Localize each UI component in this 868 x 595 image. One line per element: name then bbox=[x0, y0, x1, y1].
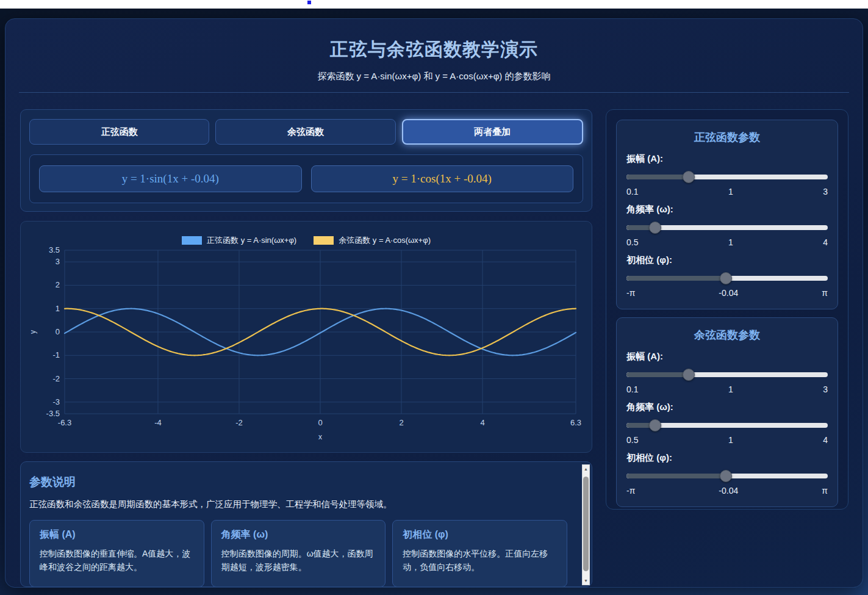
range-max: π bbox=[822, 288, 828, 298]
phase-card: 初相位 (φ) 控制函数图像的水平位移。正值向左移动，负值向右移动。 bbox=[392, 520, 567, 587]
svg-text:-2: -2 bbox=[235, 418, 243, 427]
range-max: 4 bbox=[823, 237, 828, 247]
slider-thumb[interactable] bbox=[720, 470, 732, 482]
amplitude-card: 振幅 (A) 控制函数图像的垂直伸缩。A值越大，波峰和波谷之间的距离越大。 bbox=[29, 520, 204, 587]
range-mid: -0.04 bbox=[719, 288, 738, 298]
main-card: 正弦与余弦函数教学演示 探索函数 y = A·sin(ωx+φ) 和 y = A… bbox=[5, 18, 863, 588]
sine-formula: y = 1·sin(1x + -0.04) bbox=[39, 165, 302, 192]
sine-amplitude-slider[interactable] bbox=[626, 171, 828, 183]
cosine-params-panel: 余弦函数参数 振幅 (A): 0.1 1 3 bbox=[616, 317, 838, 507]
sine-params-panel: 正弦函数参数 振幅 (A): 0.1 1 3 bbox=[616, 120, 838, 309]
cosine-frequency-group: 角频率 (ω): 0.5 1 4 bbox=[626, 402, 828, 445]
svg-text:1: 1 bbox=[56, 304, 60, 313]
svg-text:-3.5: -3.5 bbox=[46, 409, 60, 418]
cosine-formula: y = 1·cos(1x + -0.04) bbox=[311, 165, 574, 192]
card-body: 控制函数图像的水平位移。正值向左移动，负值向右移动。 bbox=[403, 547, 557, 574]
cosine-params-title: 余弦函数参数 bbox=[626, 328, 828, 342]
slider-thumb[interactable] bbox=[649, 222, 661, 234]
range-min: 0.5 bbox=[626, 435, 638, 445]
page-title: 正弦与余弦函数教学演示 bbox=[5, 37, 863, 62]
sine-phase-slider[interactable] bbox=[626, 272, 828, 284]
cosine-legend-label: 余弦函数 y = A·cos(ωx+φ) bbox=[339, 235, 431, 246]
sine-legend-label: 正弦函数 y = A·sin(ωx+φ) bbox=[207, 235, 296, 246]
svg-text:-4: -4 bbox=[154, 418, 162, 427]
sine-frequency-group: 角频率 (ω): 0.5 1 4 bbox=[626, 204, 828, 247]
cosine-phase-slider[interactable] bbox=[626, 470, 828, 482]
parameters-column: 正弦函数参数 振幅 (A): 0.1 1 3 bbox=[606, 109, 848, 510]
function-chart: 3.53210-1-2-3-3.5-6.3-4-20246.3yx bbox=[21, 222, 592, 452]
sine-frequency-slider[interactable] bbox=[626, 222, 828, 234]
slider-thumb[interactable] bbox=[649, 419, 661, 431]
range-min: -π bbox=[626, 486, 635, 496]
slider-label: 角频率 (ω): bbox=[626, 402, 828, 413]
svg-text:y: y bbox=[29, 330, 37, 334]
scrollbar-thumb[interactable] bbox=[583, 477, 589, 571]
range-max: 4 bbox=[823, 435, 828, 445]
cosine-frequency-slider[interactable] bbox=[626, 419, 828, 431]
cosine-amplitude-group: 振幅 (A): 0.1 1 3 bbox=[626, 351, 828, 394]
svg-text:x: x bbox=[318, 433, 322, 441]
slider-label: 初相位 (φ): bbox=[626, 254, 828, 266]
card-title: 角频率 (ω) bbox=[221, 528, 376, 541]
slider-label: 振幅 (A): bbox=[626, 351, 828, 362]
info-cards-row: 振幅 (A) 控制函数图像的垂直伸缩。A值越大，波峰和波谷之间的距离越大。 角频… bbox=[29, 520, 567, 587]
cosine-legend-swatch bbox=[314, 236, 334, 245]
svg-text:0: 0 bbox=[56, 327, 60, 336]
legend-item-sine[interactable]: 正弦函数 y = A·sin(ωx+φ) bbox=[182, 235, 296, 246]
info-title: 参数说明 bbox=[29, 474, 567, 490]
header-divider bbox=[19, 92, 849, 93]
info-section: 参数说明 正弦函数和余弦函数是周期函数的基本形式，广泛应用于物理学、工程学和信号… bbox=[20, 461, 592, 587]
range-mid: 1 bbox=[728, 435, 733, 445]
range-max: 3 bbox=[823, 187, 828, 197]
vertical-scrollbar[interactable]: ▲ ▼ bbox=[582, 464, 590, 585]
tabs-row: 正弦函数 余弦函数 两者叠加 bbox=[29, 119, 583, 145]
controls-section: 正弦函数 余弦函数 两者叠加 y = 1·sin(1x + -0.04) y =… bbox=[20, 109, 592, 212]
range-max: 3 bbox=[823, 384, 828, 394]
svg-text:-3: -3 bbox=[52, 397, 60, 406]
svg-text:2: 2 bbox=[56, 280, 60, 289]
card-title: 初相位 (φ) bbox=[403, 528, 557, 541]
svg-text:4: 4 bbox=[480, 418, 484, 427]
legend-item-cosine[interactable]: 余弦函数 y = A·cos(ωx+φ) bbox=[314, 235, 431, 246]
svg-text:3: 3 bbox=[56, 257, 60, 266]
range-max: π bbox=[822, 486, 828, 496]
chart-panel: 正弦函数 y = A·sin(ωx+φ) 余弦函数 y = A·cos(ωx+φ… bbox=[20, 221, 592, 453]
browser-edge-strip bbox=[0, 0, 868, 9]
tab-overlay[interactable]: 两者叠加 bbox=[402, 119, 583, 145]
slider-thumb[interactable] bbox=[720, 272, 732, 284]
svg-text:-6.3: -6.3 bbox=[58, 418, 71, 427]
info-description: 正弦函数和余弦函数是周期函数的基本形式，广泛应用于物理学、工程学和信号处理等领域… bbox=[29, 499, 567, 510]
slider-label: 角频率 (ω): bbox=[626, 204, 828, 215]
page-background: 正弦与余弦函数教学演示 探索函数 y = A·sin(ωx+φ) 和 y = A… bbox=[0, 9, 868, 595]
sine-legend-swatch bbox=[182, 236, 202, 245]
tab-sine[interactable]: 正弦函数 bbox=[29, 119, 209, 145]
card-body: 控制函数图像的垂直伸缩。A值越大，波峰和波谷之间的距离越大。 bbox=[40, 547, 194, 574]
chart-legend: 正弦函数 y = A·sin(ωx+φ) 余弦函数 y = A·cos(ωx+φ… bbox=[21, 235, 592, 246]
sine-phase-group: 初相位 (φ): -π -0.04 π bbox=[626, 254, 828, 298]
range-min: -π bbox=[626, 288, 635, 298]
range-min: 0.5 bbox=[626, 237, 638, 247]
sine-params-title: 正弦函数参数 bbox=[626, 130, 828, 145]
frequency-card: 角频率 (ω) 控制函数图像的周期。ω值越大，函数周期越短，波形越密集。 bbox=[211, 520, 386, 587]
cosine-amplitude-slider[interactable] bbox=[626, 369, 828, 381]
svg-text:3.5: 3.5 bbox=[49, 245, 60, 254]
slider-thumb[interactable] bbox=[683, 171, 695, 183]
sine-amplitude-group: 振幅 (A): 0.1 1 3 bbox=[626, 153, 828, 197]
formula-container: y = 1·sin(1x + -0.04) y = 1·cos(1x + -0.… bbox=[29, 154, 583, 203]
scrollbar-down-icon[interactable]: ▼ bbox=[583, 577, 589, 585]
slider-thumb[interactable] bbox=[683, 369, 695, 381]
card-title: 振幅 (A) bbox=[40, 528, 194, 541]
svg-text:-1: -1 bbox=[52, 350, 60, 359]
favicon-dot-icon bbox=[307, 1, 311, 4]
range-min: 0.1 bbox=[626, 187, 638, 197]
slider-label: 初相位 (φ): bbox=[626, 452, 828, 464]
svg-text:-2: -2 bbox=[52, 374, 60, 383]
tab-cosine[interactable]: 余弦函数 bbox=[215, 119, 395, 145]
svg-text:0: 0 bbox=[318, 418, 322, 427]
scrollbar-up-icon[interactable]: ▲ bbox=[583, 465, 589, 473]
range-mid: 1 bbox=[728, 187, 733, 197]
range-mid: -0.04 bbox=[719, 486, 738, 496]
card-body: 控制函数图像的周期。ω值越大，函数周期越短，波形越密集。 bbox=[221, 547, 376, 574]
range-mid: 1 bbox=[728, 237, 733, 247]
range-min: 0.1 bbox=[626, 384, 638, 394]
